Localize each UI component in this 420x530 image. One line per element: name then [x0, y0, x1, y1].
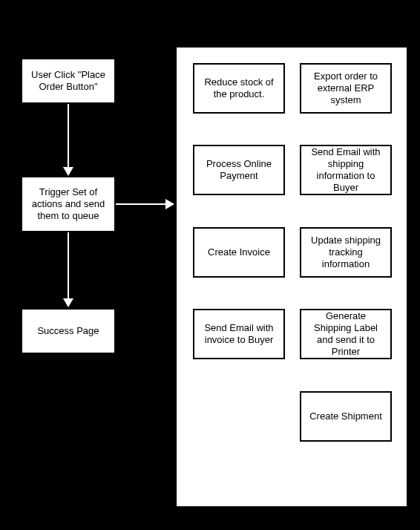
arrow-down-2-icon: [63, 232, 73, 308]
action-email-shipping: Send Email with shipping information to …: [300, 145, 392, 195]
action-update-tracking: Update shipping tracking information: [300, 227, 392, 278]
action-email-invoice: Send Email with invoice to Buyer: [193, 309, 285, 359]
flow-step-place-order: User Click "Place Order Button": [21, 58, 116, 104]
action-shipping-label: Generate Shipping Label and send it to P…: [300, 309, 392, 359]
arrow-right-icon: [116, 199, 175, 209]
flow-step-trigger-actions: Trigger Set of actions and send them to …: [21, 176, 116, 232]
action-create-shipment: Create Shipment: [300, 391, 392, 442]
arrow-down-1-icon: [63, 104, 73, 176]
action-reduce-stock: Reduce stock of the product.: [193, 63, 285, 114]
action-create-invoice: Create Invoice: [193, 227, 285, 278]
flow-step-success-page: Success Page: [21, 308, 116, 354]
action-export-erp: Export order to external ERP system: [300, 63, 392, 114]
action-process-payment: Process Online Payment: [193, 145, 285, 195]
